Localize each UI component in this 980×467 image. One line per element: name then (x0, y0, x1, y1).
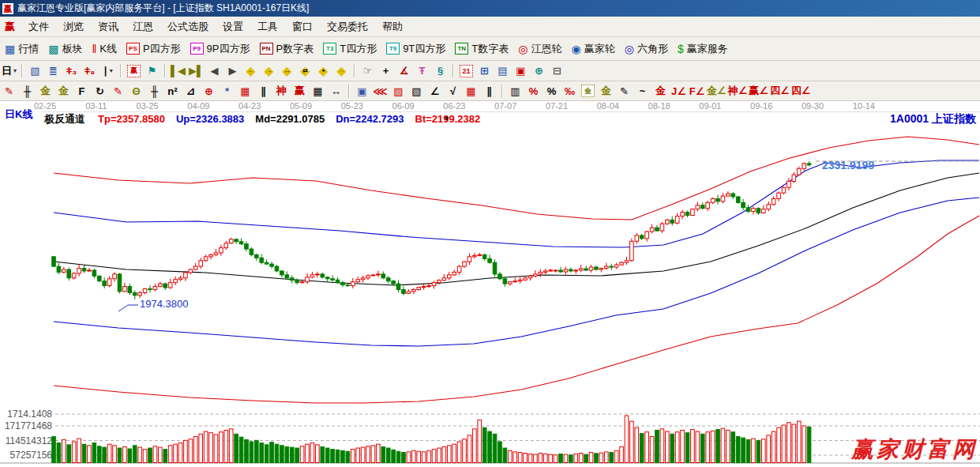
draw-tool-button-14[interactable]: ∥ (255, 83, 272, 100)
draw-tool-button-17[interactable]: ▦ (310, 83, 326, 100)
draw-tool-button-21[interactable]: ⋘ (372, 83, 389, 100)
nav-tool-button-29[interactable]: ⊞ (476, 62, 493, 79)
hexagon-button[interactable]: ◎六角形 (620, 39, 673, 59)
p-square-button[interactable]: PSP四方形 (122, 39, 186, 59)
draw-tool-button-0[interactable]: ✎ (1, 83, 17, 100)
nav-tool-button-11[interactable]: ▌◀ (170, 62, 186, 79)
menu-file[interactable]: 文件 (21, 19, 56, 34)
draw-tool-button-12[interactable]: * (219, 83, 235, 100)
nav-tool-button-24[interactable]: ∡ (396, 62, 412, 79)
menu-settings[interactable]: 设置 (216, 19, 250, 34)
nav-tool-button-23[interactable]: + (377, 62, 394, 79)
draw-tool-button-30[interactable]: % (525, 83, 542, 100)
draw-tool-button-41[interactable]: 神∠ (728, 83, 748, 100)
t-square-button[interactable]: T3T四方形 (318, 39, 381, 59)
p-number-table-button[interactable]: PNP数字表 (255, 39, 319, 59)
period-label[interactable]: 日K线 (5, 107, 32, 122)
nav-tool-button-26[interactable]: § (432, 62, 449, 79)
nav-tool-button-3[interactable]: ≣ (45, 62, 62, 79)
nav-tool-button-19[interactable]: ◆+ (315, 62, 332, 79)
draw-tool-button-38[interactable]: J∠ (670, 83, 687, 100)
nav-tool-button-25[interactable]: Ŧ (414, 62, 430, 79)
nav-tool-button-17[interactable]: ◆↔ (279, 62, 295, 79)
draw-tool-button-16[interactable]: 赢 (291, 83, 308, 100)
toolbar-button-label: P数字表 (276, 42, 314, 56)
nav-tool-button-20[interactable]: ◆⇔ (333, 62, 350, 79)
draw-tool-button-42[interactable]: 赢∠ (749, 83, 768, 100)
draw-tool-button-7[interactable]: Θ (128, 83, 145, 100)
draw-tool-button-36[interactable]: ~ (634, 83, 651, 100)
nav-tool-button-16[interactable]: ◆→ (261, 62, 277, 79)
draw-tool-button-39[interactable]: F∠ (689, 83, 705, 100)
nav-tool-button-33[interactable]: ⊟ (549, 62, 565, 79)
nav-tool-button-2[interactable]: ▧ (27, 62, 43, 79)
nav-tool-button-8[interactable]: 赢 (126, 62, 142, 79)
quotes-button[interactable]: ▦行情 (0, 39, 43, 59)
draw-tool-button-11[interactable]: ⊕ (201, 83, 217, 100)
draw-tool-button-5[interactable]: ↻ (92, 83, 108, 100)
nav-tool-button-9[interactable]: ⚑ (144, 62, 160, 79)
draw-tool-button-35[interactable]: ✎ (616, 83, 633, 100)
draw-tool-button-37[interactable]: 金 (652, 83, 669, 100)
nav-tool-button-5[interactable]: ǂ₉ (81, 62, 98, 79)
nav-tool-button-14[interactable]: ▶ (224, 62, 241, 79)
draw-tool-button-3[interactable]: 金 (55, 83, 72, 100)
draw-tool-button-25[interactable]: √ (445, 83, 461, 100)
menu-news[interactable]: 资讯 (91, 19, 126, 34)
draw-tool-button-33[interactable]: 金 (580, 83, 596, 100)
draw-tool-button-26[interactable]: ▦ (463, 83, 479, 100)
draw-tool-button-1[interactable]: ╫ (19, 83, 36, 100)
winner-wheel-button[interactable]: ◉赢家轮 (566, 39, 619, 59)
chevron-down-icon[interactable]: ▼ (443, 115, 450, 122)
gann-wheel-button[interactable]: ◎江恩轮 (513, 39, 566, 59)
draw-tool-button-20[interactable]: ▣ (354, 83, 370, 100)
menu-formula-stock-pick[interactable]: 公式选股 (160, 19, 216, 34)
menu-help[interactable]: 帮助 (375, 19, 410, 34)
menu-browse[interactable]: 浏览 (56, 19, 91, 34)
kline-chart[interactable]: 1714.1408171771468114514312572571562331.… (0, 127, 980, 467)
draw-tool-button-8[interactable]: ╫ (146, 83, 163, 100)
winner-service-button[interactable]: $赢家服务 (673, 39, 733, 59)
nav-tool-button-15[interactable]: ◆← (242, 62, 259, 79)
nav-tool-button-18[interactable]: ◆⇄ (297, 62, 314, 79)
draw-tool-button-6[interactable]: ✎ (110, 83, 126, 100)
9t-square-button[interactable]: T99T四方形 (381, 39, 450, 59)
nav-tool-button-13[interactable]: ◀ (206, 62, 223, 79)
kline-button[interactable]: ǁK线 (87, 39, 121, 59)
nav-tool-button-6[interactable]: ∣▾ (100, 62, 116, 79)
nav-tool-button-4[interactable]: ǂ₃ (63, 62, 80, 79)
nav-tool-button-0[interactable]: 日▾ (1, 62, 17, 79)
nav-tool-button-32[interactable]: ⊕ (531, 62, 547, 79)
draw-tool-button-44[interactable]: 四∠ (791, 83, 811, 100)
nav-tool-button-30[interactable]: ▤ (494, 62, 511, 79)
draw-tool-button-40[interactable]: 金∠ (707, 83, 727, 100)
draw-tool-button-13[interactable]: ▦ (237, 83, 253, 100)
menu-gann[interactable]: 江恩 (126, 19, 160, 34)
indicator-name[interactable]: 极反通道 (44, 113, 85, 125)
draw-tool-button-31[interactable]: % (543, 83, 560, 100)
draw-tool-button-43[interactable]: 四∠ (770, 83, 790, 100)
nav-tool-button-28[interactable]: 21 (458, 62, 475, 79)
menu-trade-order[interactable]: 交易委托 (320, 19, 375, 34)
nav-tool-button-12[interactable]: ▶▌ (188, 62, 205, 79)
menu-tools[interactable]: 工具 (250, 19, 285, 34)
menu-window[interactable]: 窗口 (285, 19, 320, 34)
draw-tool-button-2[interactable]: 金 (37, 83, 54, 100)
draw-tool-button-29[interactable]: ▥ (507, 83, 524, 100)
nav-tool-button-22[interactable]: ☞ (359, 62, 376, 79)
draw-tool-button-24[interactable]: ∠ (426, 83, 443, 100)
draw-tool-button-18[interactable]: ↔ (328, 83, 344, 100)
draw-tool-button-34[interactable]: 金 (598, 83, 614, 100)
draw-tool-button-9[interactable]: n² (164, 83, 181, 100)
draw-tool-button-32[interactable]: ‰ (561, 83, 578, 100)
nav-tool-button-31[interactable]: ▣ (513, 62, 529, 79)
draw-tool-button-27[interactable]: ∥ (481, 83, 498, 100)
9p-square-button[interactable]: P99P四方形 (186, 39, 255, 59)
sectors-button[interactable]: ▩板块 (43, 39, 87, 59)
t-number-table-button[interactable]: TNT数字表 (450, 39, 513, 59)
draw-tool-button-15[interactable]: 神 (273, 83, 290, 100)
draw-tool-button-23[interactable]: ▧ (408, 83, 425, 100)
draw-tool-button-22[interactable]: ▨ (390, 83, 407, 100)
draw-tool-button-10[interactable]: ⊿ (182, 83, 199, 100)
draw-tool-button-4[interactable]: F (73, 83, 90, 100)
